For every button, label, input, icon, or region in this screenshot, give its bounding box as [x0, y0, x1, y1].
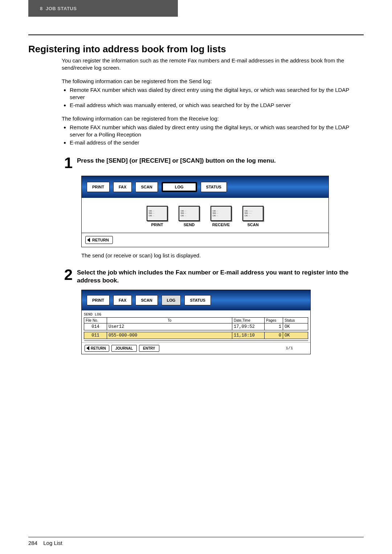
- col-status: Status: [283, 317, 308, 323]
- log-menu-panel: PRINT FAX SCAN LOG STATUS OK ···NG ···OK…: [81, 176, 329, 247]
- log-type-print[interactable]: OK ···NG ···OK ··· PRINT: [147, 206, 168, 227]
- cell-datetime: 11,18:10: [232, 332, 265, 339]
- recv-log-bullets: Remote FAX number which was dialed by di…: [62, 124, 364, 147]
- col-to: To: [107, 317, 232, 323]
- table-row-ghost: [84, 339, 308, 341]
- col-pages: Pages: [265, 317, 283, 323]
- cell-status: OK: [283, 323, 308, 330]
- send-bullet-2: E-mail address which was manually entere…: [70, 102, 364, 109]
- log-type-send[interactable]: OK ···NG ···OK ··· SEND: [179, 206, 200, 227]
- send-icon: OK ···NG ···OK ···: [179, 206, 200, 221]
- receive-icon: OK ···NG ···OK ···: [211, 206, 232, 221]
- step-2-text: Select the job which includes the Fax nu…: [77, 267, 364, 285]
- page-count: 1/1: [286, 346, 293, 350]
- intro-p3: The following information can be registe…: [62, 115, 364, 122]
- log-type-receive[interactable]: OK ···NG ···OK ··· RECEIVE: [211, 206, 232, 227]
- recv-bullet-1: Remote FAX number which was dialed by di…: [70, 124, 364, 139]
- tab2-log[interactable]: LOG: [162, 295, 181, 305]
- step-2: 2 Select the job which includes the Fax …: [62, 267, 364, 285]
- intro-p2: The following information can be registe…: [62, 78, 364, 85]
- cell-pages: 1: [265, 323, 283, 330]
- send-log-panel: PRINT FAX SCAN LOG STATUS SEND LOG File …: [81, 290, 311, 354]
- section-title: Registering into address book from log l…: [28, 44, 364, 55]
- send-log-label: SEND LOG: [84, 312, 308, 317]
- return-button-2[interactable]: RETURN: [85, 345, 109, 352]
- footer-title: Log List: [43, 540, 62, 546]
- log-type-receive-label: RECEIVE: [212, 223, 230, 227]
- journal-button[interactable]: JOURNAL: [111, 345, 137, 352]
- cell-file: 011: [84, 332, 107, 339]
- tab-fax[interactable]: FAX: [113, 182, 132, 192]
- log-type-scan-label: SCAN: [247, 223, 258, 227]
- step-1-followup: The send (or receive or scan) log list i…: [81, 252, 364, 258]
- tab-log[interactable]: LOG: [162, 182, 197, 192]
- step-1-text: Press the [SEND] (or [RECEIVE] or [SCAN]…: [77, 155, 276, 165]
- tab-print[interactable]: PRINT: [87, 182, 110, 192]
- panel2-bottom-bar: RETURN JOURNAL ENTRY 1/1: [82, 342, 310, 354]
- print-icon: OK ···NG ···OK ···: [147, 206, 168, 221]
- table-row-selected[interactable]: 011 055-000-000 11,18:10 0 OK: [84, 332, 308, 339]
- log-table-header: File No. To Date,Time Pages Status: [84, 317, 308, 323]
- send-log-bullets: Remote FAX number which was dialed by di…: [62, 86, 364, 109]
- tab2-status[interactable]: STATUS: [184, 295, 211, 305]
- tab2-fax[interactable]: FAX: [113, 295, 132, 305]
- tab2-print[interactable]: PRINT: [87, 295, 110, 305]
- return-button[interactable]: RETURN: [85, 236, 113, 244]
- step-1-number: 1: [62, 155, 73, 171]
- send-bullet-1: Remote FAX number which was dialed by di…: [70, 86, 364, 101]
- intro-p1: You can register the information such as…: [62, 57, 364, 72]
- cell-pages: 0: [265, 332, 283, 339]
- footer-rule: [28, 537, 364, 537]
- send-log-body: SEND LOG File No. To Date,Time Pages Sta…: [82, 310, 310, 342]
- col-datetime: Date,Time: [232, 317, 265, 323]
- chapter-header-tab: 8 JOB STATUS: [28, 0, 178, 17]
- cell-file: 014: [84, 323, 107, 330]
- step-2-number: 2: [62, 267, 73, 282]
- cell-to: User12: [107, 323, 232, 330]
- chapter-header-text: 8 JOB STATUS: [40, 6, 77, 11]
- recv-bullet-2: E-mail address of the sender: [70, 139, 364, 146]
- entry-button[interactable]: ENTRY: [139, 345, 159, 352]
- tab-status[interactable]: STATUS: [201, 182, 227, 192]
- footer: 284 Log List: [28, 540, 62, 546]
- panel2-tab-bar: PRINT FAX SCAN LOG STATUS: [82, 290, 310, 310]
- page-number: 284: [28, 540, 37, 546]
- cell-datetime: 17,09:52: [232, 323, 265, 330]
- cell-to: 055-000-000: [107, 332, 232, 339]
- log-table: File No. To Date,Time Pages Status 014 U…: [84, 317, 308, 341]
- tab-scan[interactable]: SCAN: [135, 182, 158, 192]
- cell-status: OK: [283, 332, 308, 339]
- scan-icon: OK ·······NG ·····OK ···: [242, 206, 264, 221]
- log-type-send-label: SEND: [184, 223, 195, 227]
- header-rule: [28, 34, 364, 35]
- intro-block: You can register the information such as…: [62, 57, 364, 147]
- step-1: 1 Press the [SEND] (or [RECEIVE] or [SCA…: [62, 155, 364, 171]
- tab2-scan[interactable]: SCAN: [135, 295, 158, 305]
- log-type-print-label: PRINT: [151, 223, 163, 227]
- log-type-scan[interactable]: OK ·······NG ·····OK ··· SCAN: [242, 206, 264, 227]
- panel-bottom-bar: RETURN: [82, 233, 328, 247]
- log-type-area: OK ···NG ···OK ··· PRINT OK ···NG ···OK …: [82, 198, 328, 233]
- col-file: File No.: [84, 317, 107, 323]
- panel-tab-bar: PRINT FAX SCAN LOG STATUS: [82, 176, 328, 198]
- table-row[interactable]: 014 User12 17,09:52 1 OK: [84, 323, 308, 330]
